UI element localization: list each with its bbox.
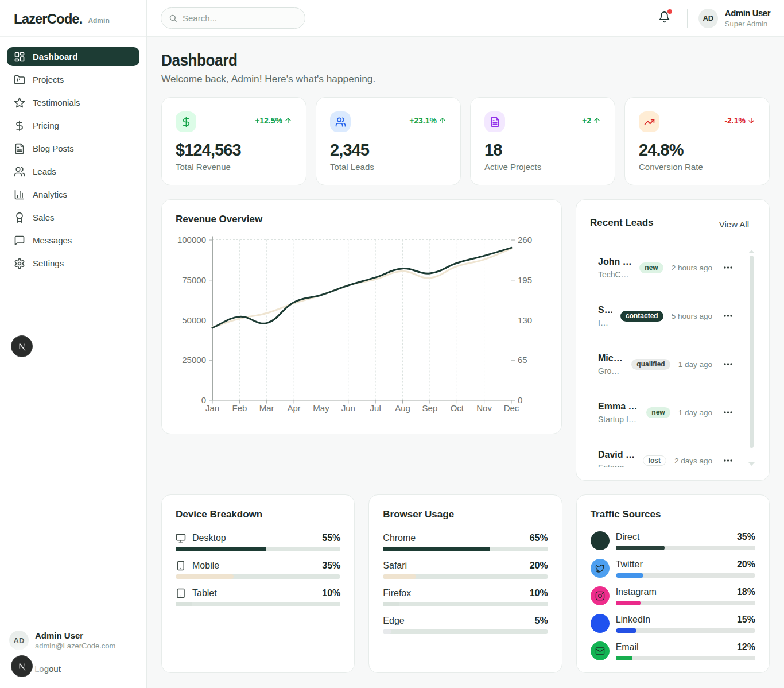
svg-text:Jan: Jan <box>205 403 219 413</box>
svg-text:50000: 50000 <box>182 315 206 325</box>
svg-text:Jun: Jun <box>341 403 355 413</box>
svg-text:100000: 100000 <box>177 235 206 245</box>
svg-text:Jul: Jul <box>370 403 381 413</box>
svg-text:260: 260 <box>518 235 532 245</box>
svg-text:Feb: Feb <box>232 403 247 413</box>
svg-text:75000: 75000 <box>182 275 206 285</box>
svg-text:Nov: Nov <box>476 403 492 413</box>
svg-text:195: 195 <box>518 275 532 285</box>
svg-text:25000: 25000 <box>182 355 206 365</box>
svg-text:May: May <box>313 403 329 413</box>
svg-text:Mar: Mar <box>259 403 274 413</box>
svg-text:Aug: Aug <box>395 403 410 413</box>
svg-text:65: 65 <box>518 355 527 365</box>
svg-text:Apr: Apr <box>287 403 300 413</box>
svg-text:Oct: Oct <box>451 403 464 413</box>
svg-text:Sep: Sep <box>422 403 438 413</box>
svg-text:Dec: Dec <box>504 403 519 413</box>
svg-text:130: 130 <box>518 315 532 325</box>
